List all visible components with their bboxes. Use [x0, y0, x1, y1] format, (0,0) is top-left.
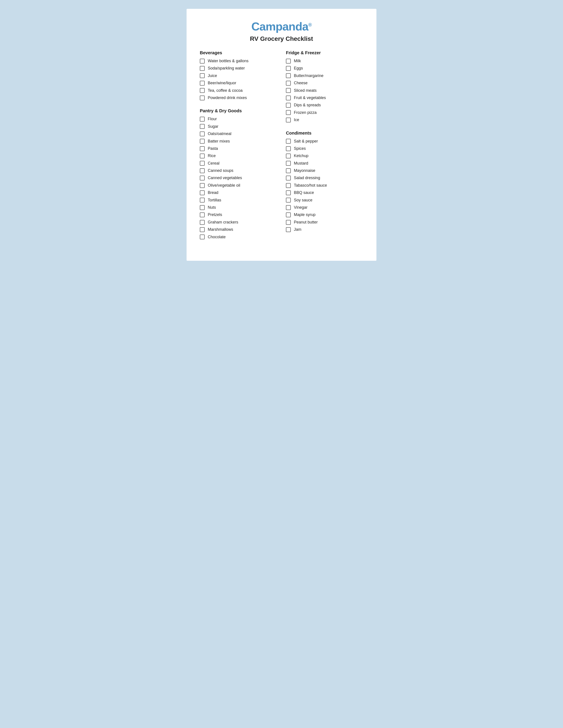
list-item: Juice	[200, 73, 277, 78]
item-label: Eggs	[294, 66, 303, 71]
checkbox[interactable]	[200, 66, 205, 71]
item-label: Tabasco/hot sauce	[294, 183, 327, 188]
checkbox[interactable]	[286, 59, 291, 64]
item-label: Oats/oatmeal	[208, 131, 231, 136]
checkbox[interactable]	[200, 73, 205, 78]
section-title: Fridge & Freezer	[286, 50, 363, 55]
checkbox[interactable]	[200, 205, 205, 210]
item-label: Jam	[294, 227, 302, 232]
checkbox[interactable]	[200, 117, 205, 122]
checkbox[interactable]	[200, 198, 205, 203]
list-item: Soda/sparkling water	[200, 66, 277, 71]
checkbox[interactable]	[286, 96, 291, 100]
item-label: Sugar	[208, 124, 218, 129]
checkbox[interactable]	[200, 88, 205, 93]
section-title: Condiments	[286, 131, 363, 136]
logo-text: Campanda®	[251, 20, 312, 33]
list-item: Marshmallows	[200, 227, 277, 232]
item-label: Flour	[208, 116, 217, 122]
checkbox[interactable]	[286, 66, 291, 71]
list-item: Pasta	[200, 146, 277, 151]
list-item: Canned soups	[200, 168, 277, 173]
checkbox[interactable]	[286, 168, 291, 173]
checkbox[interactable]	[200, 235, 205, 239]
item-label: Cheese	[294, 81, 308, 86]
checkbox[interactable]	[200, 131, 205, 136]
checkbox[interactable]	[286, 176, 291, 180]
checkbox[interactable]	[200, 176, 205, 180]
list-item: Nuts	[200, 205, 277, 210]
item-label: Marshmallows	[208, 227, 233, 232]
section-0: BeveragesWater bottles & gallonsSoda/spa…	[200, 50, 277, 100]
list-item: Mayonnaise	[286, 168, 363, 173]
checkbox[interactable]	[200, 212, 205, 217]
section-title: Pantry & Dry Goods	[200, 108, 277, 113]
checkbox[interactable]	[200, 146, 205, 151]
list-item: Beer/wine/liquor	[200, 81, 277, 86]
list-item: Chocolate	[200, 235, 277, 240]
item-label: Beer/wine/liquor	[208, 81, 236, 86]
checkbox[interactable]	[286, 220, 291, 225]
list-item: Spices	[286, 146, 363, 151]
checkbox[interactable]	[200, 139, 205, 144]
list-item: Ketchup	[286, 153, 363, 158]
checkbox[interactable]	[286, 198, 291, 203]
checkbox[interactable]	[200, 183, 205, 188]
checkbox[interactable]	[286, 73, 291, 78]
list-item: Milk	[286, 58, 363, 64]
checkbox[interactable]	[286, 161, 291, 166]
checkbox[interactable]	[200, 81, 205, 86]
left-column: BeveragesWater bottles & gallonsSoda/spa…	[200, 50, 277, 248]
checkbox[interactable]	[200, 220, 205, 225]
section-0: Fridge & FreezerMilkEggsButter/margarine…	[286, 50, 363, 123]
checkbox[interactable]	[200, 96, 205, 100]
checkbox[interactable]	[200, 154, 205, 158]
item-label: Pretzels	[208, 212, 222, 217]
item-label: BBQ sauce	[294, 190, 314, 195]
checkbox[interactable]	[286, 81, 291, 86]
checkbox[interactable]	[286, 154, 291, 158]
checkbox[interactable]	[200, 161, 205, 166]
checkbox[interactable]	[200, 59, 205, 64]
list-item: Bread	[200, 190, 277, 195]
list-item: Pretzels	[200, 212, 277, 217]
checkbox[interactable]	[286, 103, 291, 108]
item-label: Peanut butter	[294, 220, 318, 225]
checkbox[interactable]	[286, 139, 291, 144]
checkbox[interactable]	[200, 124, 205, 129]
list-item: Salt & pepper	[286, 139, 363, 144]
checkbox[interactable]	[286, 118, 291, 122]
list-item: Sliced meats	[286, 88, 363, 93]
checkbox[interactable]	[286, 205, 291, 210]
item-label: Tea, coffee & cocoa	[208, 88, 242, 93]
checkbox[interactable]	[200, 227, 205, 232]
item-label: Powdered drink mixes	[208, 95, 247, 100]
item-label: Canned vegetables	[208, 175, 242, 180]
item-label: Chocolate	[208, 235, 226, 240]
list-item: Oats/oatmeal	[200, 131, 277, 136]
checkbox[interactable]	[200, 190, 205, 195]
item-label: Cereal	[208, 161, 219, 166]
logo-reg: ®	[308, 22, 312, 28]
logo-name: Campanda	[251, 20, 308, 33]
right-column: Fridge & FreezerMilkEggsButter/margarine…	[286, 50, 363, 240]
checkbox[interactable]	[286, 110, 291, 115]
item-label: Salad dressing	[294, 175, 320, 180]
checkbox[interactable]	[286, 146, 291, 151]
list-item: Soy sauce	[286, 198, 363, 203]
checkbox[interactable]	[286, 183, 291, 188]
checkbox[interactable]	[286, 88, 291, 93]
checkbox[interactable]	[286, 212, 291, 217]
checkbox[interactable]	[200, 168, 205, 173]
list-item: Powdered drink mixes	[200, 95, 277, 100]
item-label: Salt & pepper	[294, 139, 318, 144]
item-label: Butter/margarine	[294, 73, 324, 78]
checkbox[interactable]	[286, 190, 291, 195]
item-label: Water bottles & gallons	[208, 58, 248, 64]
list-item: Sugar	[200, 124, 277, 129]
item-label: Vinegar	[294, 205, 308, 210]
logo: Campanda®	[200, 20, 363, 33]
list-item: Jam	[286, 227, 363, 232]
checkbox[interactable]	[286, 227, 291, 232]
item-label: Pasta	[208, 146, 218, 151]
